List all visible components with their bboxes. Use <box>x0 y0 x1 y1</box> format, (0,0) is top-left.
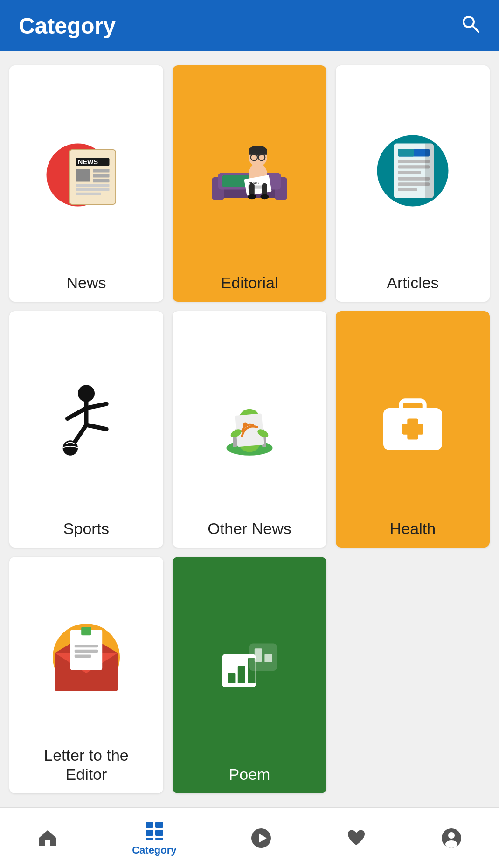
svg-rect-71 <box>81 627 91 635</box>
svg-rect-31 <box>262 183 267 196</box>
svg-line-47 <box>68 408 87 419</box>
grid-icon <box>144 820 165 841</box>
svg-text:NEWS: NEWS <box>78 158 98 166</box>
health-label: Health <box>390 519 436 538</box>
category-card-editorial[interactable]: NEWS Editorial <box>173 65 326 302</box>
nav-heart[interactable] <box>346 827 367 849</box>
nav-category-label: Category <box>132 844 176 856</box>
category-card-news[interactable]: NEWS News <box>9 65 163 302</box>
play-icon <box>250 827 272 849</box>
other-news-label: Other News <box>208 519 291 538</box>
svg-point-91 <box>448 832 455 839</box>
heart-icon <box>346 827 367 849</box>
articles-label: Articles <box>387 273 438 292</box>
svg-rect-41 <box>398 177 430 181</box>
svg-line-49 <box>74 425 86 444</box>
svg-rect-74 <box>75 654 91 657</box>
svg-rect-13 <box>76 193 101 195</box>
svg-rect-42 <box>398 182 430 186</box>
svg-rect-37 <box>398 149 414 156</box>
editorial-label: Editorial <box>221 273 278 292</box>
svg-rect-76 <box>228 673 235 684</box>
svg-rect-80 <box>255 648 262 662</box>
sports-label: Sports <box>63 519 109 538</box>
letter-label: Letter to theEditor <box>44 746 128 784</box>
app-header: Category <box>0 0 499 51</box>
svg-rect-44 <box>425 144 434 198</box>
svg-rect-38 <box>398 160 430 163</box>
svg-rect-63 <box>401 401 424 412</box>
category-card-other-news[interactable]: Other News <box>173 311 326 548</box>
poem-icon-area <box>177 566 322 758</box>
svg-rect-81 <box>264 654 272 662</box>
person-icon <box>441 827 462 849</box>
svg-rect-82 <box>146 822 153 828</box>
search-icon[interactable] <box>460 13 480 38</box>
svg-rect-9 <box>93 174 109 177</box>
svg-line-1 <box>472 26 478 32</box>
svg-rect-85 <box>155 830 163 836</box>
nav-home[interactable] <box>37 827 58 849</box>
svg-point-45 <box>78 385 95 402</box>
other-news-icon-area <box>177 320 322 513</box>
svg-rect-79 <box>250 644 277 671</box>
svg-rect-77 <box>238 666 245 683</box>
category-grid: NEWS News <box>0 51 499 807</box>
svg-rect-11 <box>76 184 110 187</box>
bottom-navigation: Category <box>0 807 499 868</box>
svg-rect-73 <box>75 650 98 653</box>
svg-rect-40 <box>398 171 422 174</box>
articles-icon-area <box>340 75 485 267</box>
sports-icon-area <box>14 320 159 513</box>
svg-line-50 <box>86 425 106 429</box>
svg-rect-86 <box>146 838 153 840</box>
news-label: News <box>66 273 106 292</box>
svg-rect-83 <box>155 822 163 828</box>
category-card-poem[interactable]: Poem <box>173 557 326 793</box>
poem-label: Poem <box>229 765 270 784</box>
svg-rect-43 <box>398 188 417 191</box>
svg-rect-10 <box>93 179 109 182</box>
home-icon <box>37 827 58 849</box>
svg-point-33 <box>260 194 269 199</box>
svg-rect-30 <box>250 183 255 196</box>
svg-rect-22 <box>249 151 267 155</box>
editorial-icon-area: NEWS <box>177 75 322 267</box>
category-card-articles[interactable]: Articles <box>336 65 490 302</box>
svg-rect-39 <box>398 165 430 168</box>
nav-category[interactable]: Category <box>132 820 176 856</box>
svg-rect-72 <box>75 645 98 647</box>
news-icon-area: NEWS <box>14 75 159 267</box>
letter-icon-area <box>14 566 159 739</box>
nav-profile[interactable] <box>441 827 462 849</box>
svg-point-32 <box>248 194 256 199</box>
health-icon-area <box>340 320 485 513</box>
svg-rect-87 <box>155 838 163 840</box>
header-title: Category <box>19 13 116 39</box>
svg-rect-8 <box>93 169 109 172</box>
category-card-sports[interactable]: Sports <box>9 311 163 548</box>
nav-play[interactable] <box>250 827 272 849</box>
svg-point-92 <box>445 840 457 848</box>
svg-rect-84 <box>146 830 153 836</box>
svg-line-48 <box>86 404 106 408</box>
svg-rect-65 <box>402 424 423 434</box>
svg-rect-7 <box>76 169 91 181</box>
category-card-health[interactable]: Health <box>336 311 490 548</box>
svg-rect-12 <box>76 188 110 191</box>
category-card-letter[interactable]: Letter to theEditor <box>9 557 163 793</box>
